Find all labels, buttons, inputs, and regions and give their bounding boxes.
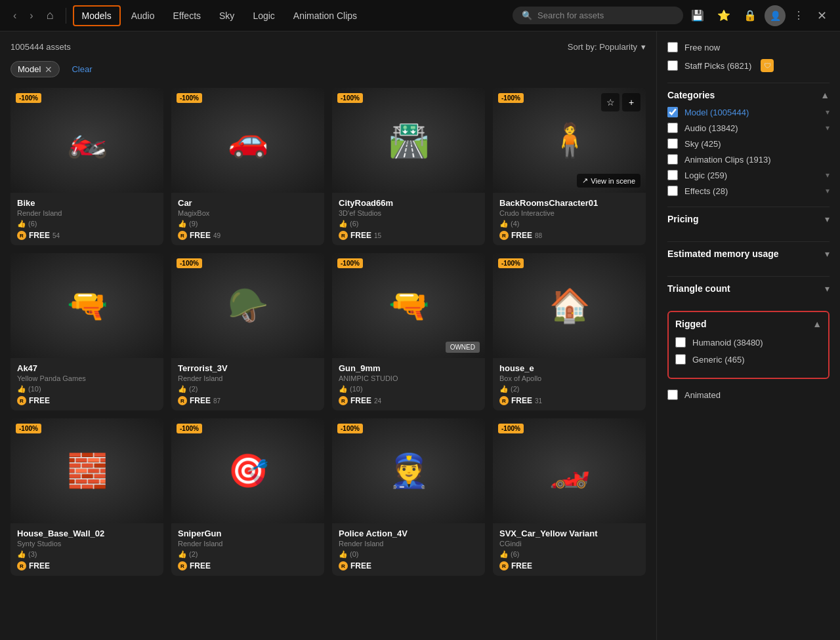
free-now-label: Free now: [684, 43, 720, 52]
category-model-label: Model (1005444): [684, 108, 819, 117]
asset-card-ak47[interactable]: 🔫 Ak47 Yellow Panda Games 👍 (10) R FREE: [10, 253, 163, 410]
category-model-checkbox[interactable]: [667, 107, 678, 117]
tab-animation-clips[interactable]: Animation Clips: [285, 7, 365, 25]
asset-thumb-house-base-wall: 🧱 -100%: [10, 418, 163, 523]
asset-card-house[interactable]: 🏠 -100% house_e Box of Apollo 👍 (2) R FR…: [493, 253, 646, 410]
price-icon: R: [339, 396, 348, 405]
asset-info-police-action: Police Action_4V Render Island 👍 (0) R F…: [332, 523, 485, 576]
tab-models[interactable]: Models: [73, 5, 121, 26]
star-icon-button[interactable]: ⭐: [712, 7, 736, 24]
category-audio-checkbox[interactable]: [667, 123, 678, 133]
police-action-stats: 👍 (0): [339, 550, 478, 559]
house-discount: -100%: [498, 258, 524, 268]
asset-card-cityroad[interactable]: 🛣️ -100% CityRoad66m 3D'ef Studios 👍 (6)…: [332, 88, 485, 245]
asset-card-gun9mm[interactable]: 🔫 -100% OWNED Gun_9mm ANIMPIC STUDIO 👍 (…: [332, 253, 485, 410]
memory-section: Estimated memory usage ▾: [667, 241, 830, 266]
asset-info-svx-car: SVX_Car_Yellow Variant CGindi 👍 (6) R FR…: [493, 523, 646, 576]
asset-card-bike[interactable]: 🏍️ -100% Bike Render Island 👍 (6) R FREE…: [10, 88, 163, 245]
filter-tag-remove-button[interactable]: ✕: [45, 65, 52, 74]
bike-name: Bike: [17, 198, 157, 208]
price-icon: R: [499, 231, 509, 240]
back-button[interactable]: ‹: [8, 7, 22, 24]
category-effects-chevron-icon: ▾: [826, 186, 830, 195]
category-audio-label: Audio (13842): [684, 123, 819, 133]
animated-row[interactable]: Animated: [667, 390, 830, 400]
snipergun-name: SniperGun: [178, 529, 318, 538]
asset-grid: 🏍️ -100% Bike Render Island 👍 (6) R FREE…: [10, 88, 646, 576]
staff-picks-row[interactable]: Staff Picks (6821) 🛡: [667, 59, 830, 72]
backrooms-price-rank: 88: [535, 232, 542, 239]
storage-icon-button[interactable]: 💾: [686, 7, 709, 24]
asset-card-car[interactable]: 🚗 -100% Car MagixBox 👍 (9) R FREE 49: [171, 88, 324, 245]
memory-header[interactable]: Estimated memory usage ▾: [667, 241, 830, 266]
asset-card-house-base-wall[interactable]: 🧱 -100% House_Base_Wall_02 Synty Studios…: [10, 418, 163, 576]
staff-picks-badge-icon: 🛡: [761, 59, 774, 72]
clear-filters-button[interactable]: Clear: [66, 62, 97, 77]
category-animation-clips[interactable]: Animation Clips (1913): [667, 154, 830, 165]
categories-header[interactable]: Categories ▲: [667, 83, 830, 107]
rigged-header[interactable]: Rigged ▲: [675, 319, 822, 329]
bike-discount: -100%: [16, 93, 41, 103]
free-now-checkbox[interactable]: [667, 42, 678, 52]
category-sky[interactable]: Sky (425): [667, 138, 830, 149]
staff-picks-label: Staff Picks (6821): [684, 61, 751, 71]
view-in-scene-button[interactable]: ↗ View in scene: [577, 174, 640, 188]
cityroad-stats: 👍 (6): [339, 220, 478, 228]
snipergun-price-text: FREE: [190, 561, 211, 570]
search-input[interactable]: [537, 10, 674, 20]
asset-info-house-base-wall: House_Base_Wall_02 Synty Studios 👍 (3) R…: [10, 523, 163, 576]
category-audio[interactable]: Audio (13842) ▾: [667, 123, 830, 133]
more-icon-button[interactable]: ⋮: [788, 7, 809, 24]
nav-divider: [66, 8, 66, 24]
avatar-button[interactable]: 👤: [765, 5, 786, 26]
pricing-header[interactable]: Pricing ▾: [667, 207, 830, 231]
cityroad-price: R FREE 15: [339, 231, 478, 240]
category-logic[interactable]: Logic (259) ▾: [667, 170, 830, 180]
category-model[interactable]: Model (1005444) ▾: [667, 107, 830, 117]
tab-audio[interactable]: Audio: [123, 7, 163, 25]
snipergun-discount: -100%: [177, 424, 202, 433]
add-button[interactable]: +: [622, 93, 640, 111]
categories-section: Categories ▲ Model (1005444) ▾ Audio (13…: [667, 83, 830, 196]
asset-card-police-action[interactable]: 👮 -100% Police Action_4V Render Island 👍…: [332, 418, 485, 576]
close-button[interactable]: ✕: [812, 6, 832, 26]
animated-checkbox[interactable]: [667, 390, 678, 400]
lock-icon-button[interactable]: 🔒: [738, 7, 762, 24]
house-base-wall-price-text: FREE: [29, 561, 50, 570]
price-icon: R: [339, 231, 348, 240]
generic-checkbox[interactable]: [675, 354, 686, 365]
category-animation-clips-checkbox[interactable]: [667, 154, 678, 165]
main-layout: 1005444 assets Sort by: Popularity ▾ Mod…: [0, 31, 840, 640]
humanoid-checkbox[interactable]: [675, 337, 686, 348]
sidebar: Free now Staff Picks (6821) 🛡 Categories…: [656, 31, 840, 640]
free-now-row[interactable]: Free now: [667, 42, 830, 52]
humanoid-row[interactable]: Humanoid (38480): [675, 337, 822, 348]
category-effects-checkbox[interactable]: [667, 186, 678, 196]
top-nav: ‹ › ⌂ Models Audio Effects Sky Logic Ani…: [0, 0, 840, 31]
forward-button[interactable]: ›: [24, 7, 38, 24]
generic-row[interactable]: Generic (465): [675, 354, 822, 365]
house-price-text: FREE: [511, 396, 532, 405]
asset-info-gun9mm: Gun_9mm ANIMPIC STUDIO 👍 (10) R FREE 24: [332, 358, 485, 410]
staff-picks-checkbox[interactable]: [667, 60, 678, 71]
asset-card-svx-car[interactable]: 🏎️ -100% SVX_Car_Yellow Variant CGindi 👍…: [493, 418, 646, 576]
tab-logic[interactable]: Logic: [245, 7, 282, 25]
tab-effects[interactable]: Effects: [165, 7, 209, 25]
category-sky-checkbox[interactable]: [667, 138, 678, 149]
asset-card-backrooms[interactable]: 🧍 -100% ☆ + ↗ View in scene BackRoomsCha…: [493, 88, 646, 245]
home-button[interactable]: ⌂: [41, 6, 59, 25]
terrorist-name: Terrorist_3V: [178, 363, 318, 373]
tab-sky[interactable]: Sky: [211, 7, 242, 25]
category-effects[interactable]: Effects (28) ▾: [667, 186, 830, 196]
asset-card-terrorist[interactable]: 🪖 -100% Terrorist_3V Render Island 👍 (2)…: [171, 253, 324, 410]
category-logic-checkbox[interactable]: [667, 170, 678, 180]
police-action-price-text: FREE: [350, 561, 371, 570]
triangle-header[interactable]: Triangle count ▾: [667, 276, 830, 300]
terrorist-creator: Render Island: [178, 374, 318, 382]
asset-info-backrooms: BackRoomsCharacter01 Crudo Interactive 👍…: [493, 193, 646, 245]
sort-dropdown[interactable]: Sort by: Popularity ▾: [568, 42, 646, 52]
bike-creator: Render Island: [17, 209, 157, 217]
cityroad-name: CityRoad66m: [339, 198, 478, 208]
asset-card-snipergun[interactable]: 🎯 -100% SniperGun Render Island 👍 (2) R …: [171, 418, 324, 576]
favorite-button[interactable]: ☆: [601, 93, 620, 111]
